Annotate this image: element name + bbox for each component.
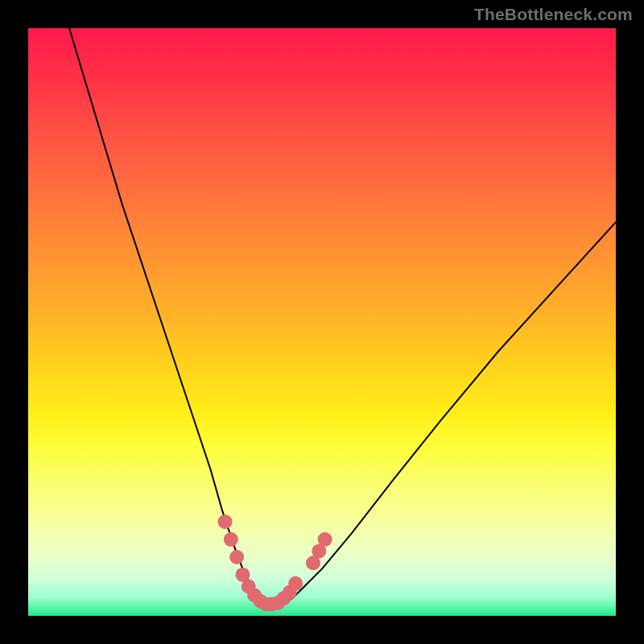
highlight-dot <box>288 576 303 591</box>
chart-stage: TheBottleneck.com <box>0 0 644 644</box>
bottleneck-curve <box>69 28 616 604</box>
curve-svg <box>28 28 616 616</box>
highlight-dot <box>218 514 233 529</box>
highlight-dot <box>318 532 332 547</box>
highlight-dots <box>218 514 332 611</box>
highlight-dot <box>224 532 238 547</box>
highlight-dot <box>229 550 244 564</box>
plot-area <box>28 28 616 616</box>
watermark-text: TheBottleneck.com <box>474 5 633 24</box>
